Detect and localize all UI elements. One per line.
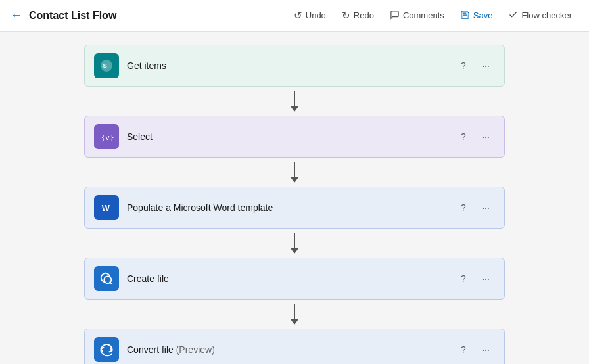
arrow-head-4 [291, 319, 298, 325]
step-create-file-header[interactable]: Create file ? ··· [85, 258, 504, 299]
arrow-4 [291, 300, 298, 329]
step-convert-file-title: Convert file (Preview) [127, 344, 446, 355]
step-populate-word-title: Populate a Microsoft Word template [127, 202, 446, 213]
arrow-head-3 [291, 248, 298, 254]
step-get-items-header[interactable]: S Get items ? ··· [85, 45, 504, 86]
populate-word-more-button[interactable]: ··· [477, 198, 495, 217]
arrow-2 [291, 158, 298, 187]
header-left: ← Contact List Flow [11, 9, 279, 22]
comments-label: Comments [403, 11, 444, 20]
flow-checker-button[interactable]: Flow checker [502, 6, 578, 26]
arrow-line-3 [294, 233, 295, 248]
step-convert-file[interactable]: Convert file (Preview) ? ··· * File [84, 329, 505, 364]
save-icon [460, 10, 470, 22]
header-actions: ↺ Undo ↻ Redo Comments Save Flow checker [287, 6, 578, 26]
select-help-button[interactable]: ? [454, 127, 473, 146]
step-select-title: Select [127, 131, 446, 142]
step-populate-word[interactable]: W Populate a Microsoft Word template ? ·… [84, 187, 505, 229]
back-button[interactable]: ← [11, 9, 22, 22]
create-file-help-button[interactable]: ? [454, 269, 473, 288]
flow-container: S Get items ? ··· {v} Select ? [84, 45, 505, 364]
step-create-file-actions: ? ··· [454, 269, 495, 288]
get-items-more-button[interactable]: ··· [477, 57, 495, 75]
app-header: ← Contact List Flow ↺ Undo ↻ Redo Commen… [0, 0, 589, 32]
save-label: Save [473, 11, 493, 20]
step-convert-file-header[interactable]: Convert file (Preview) ? ··· [85, 329, 504, 364]
word-icon: W [94, 195, 119, 220]
page-title: Contact List Flow [29, 10, 116, 22]
arrow-head-1 [291, 106, 298, 112]
step-populate-word-header[interactable]: W Populate a Microsoft Word template ? ·… [85, 187, 504, 228]
arrow-head-2 [291, 177, 298, 183]
step-create-file-title: Create file [127, 273, 446, 284]
convert-file-help-button[interactable]: ? [454, 340, 473, 359]
flow-checker-icon [508, 10, 518, 22]
comments-icon [390, 10, 400, 22]
get-items-help-button[interactable]: ? [454, 57, 473, 75]
svg-point-4 [104, 276, 111, 283]
select-more-button[interactable]: ··· [477, 127, 495, 146]
step-create-file[interactable]: Create file ? ··· [84, 258, 505, 300]
step-select-actions: ? ··· [454, 127, 495, 146]
convert-file-more-button[interactable]: ··· [477, 340, 495, 359]
arrow-3 [291, 229, 298, 258]
undo-button[interactable]: ↺ Undo [287, 6, 333, 26]
undo-label: Undo [306, 11, 326, 20]
svg-text:S: S [103, 62, 108, 69]
arrow-line-2 [294, 162, 295, 177]
redo-icon: ↻ [342, 10, 350, 22]
arrow-line-4 [294, 304, 295, 319]
comments-button[interactable]: Comments [383, 6, 451, 26]
step-select[interactable]: {v} Select ? ··· [84, 116, 505, 158]
redo-button[interactable]: ↻ Redo [335, 6, 381, 26]
redo-label: Redo [354, 11, 374, 20]
populate-word-help-button[interactable]: ? [454, 198, 473, 217]
create-file-more-button[interactable]: ··· [477, 269, 495, 288]
step-get-items-title: Get items [127, 60, 446, 71]
flow-canvas: S Get items ? ··· {v} Select ? [0, 32, 589, 364]
flow-checker-label: Flow checker [521, 11, 572, 20]
save-button[interactable]: Save [454, 6, 500, 26]
undo-icon: ↺ [294, 10, 302, 22]
step-select-header[interactable]: {v} Select ? ··· [85, 116, 504, 157]
arrow-line-1 [294, 91, 295, 106]
create-file-icon [94, 266, 119, 291]
step-get-items[interactable]: S Get items ? ··· [84, 45, 505, 87]
step-convert-file-actions: ? ··· [454, 340, 495, 359]
step-get-items-actions: ? ··· [454, 57, 495, 75]
select-icon: {v} [94, 124, 119, 149]
convert-file-icon [94, 337, 119, 362]
sharepoint-icon: S [94, 53, 119, 78]
step-populate-word-actions: ? ··· [454, 198, 495, 217]
arrow-1 [291, 87, 298, 116]
svg-text:W: W [102, 203, 110, 213]
svg-text:{v}: {v} [101, 133, 114, 142]
